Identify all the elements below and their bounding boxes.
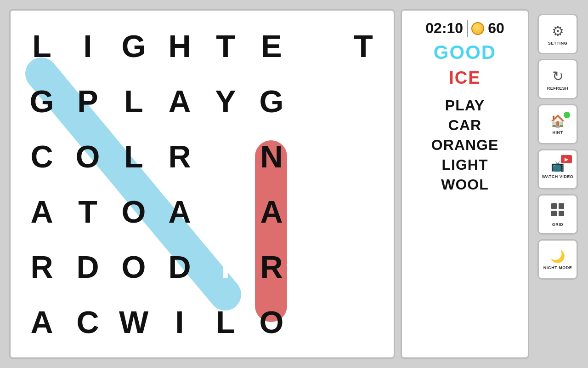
cell-3-4: C <box>202 184 248 239</box>
grid-button[interactable]: GRID <box>537 194 578 235</box>
cell-2-4: E <box>202 129 248 184</box>
hint-button[interactable]: 🏠 HINT <box>537 104 578 144</box>
house-icon: 🏠 <box>550 114 565 128</box>
cell-5-3: I <box>156 294 202 350</box>
cell-3-6 <box>294 184 340 239</box>
word-light: LIGHT <box>442 156 488 173</box>
cell-2-2: L <box>110 129 156 184</box>
cell-4-0: R <box>18 239 64 294</box>
table-row: A C W I L O <box>18 294 386 350</box>
cell-1-7 <box>340 74 386 129</box>
timer-row: 02:10 60 <box>425 20 504 37</box>
cell-3-1: T <box>64 184 110 239</box>
cell-0-6 <box>294 18 340 74</box>
table-row: G P L A Y G <box>18 74 386 129</box>
cell-5-6 <box>294 294 340 350</box>
status-good: GOOD <box>434 41 496 63</box>
cell-5-2: W <box>110 294 156 350</box>
svg-rect-4 <box>551 211 557 216</box>
coin-icon <box>471 22 484 35</box>
svg-rect-5 <box>559 211 564 216</box>
cell-0-1: I <box>64 18 110 74</box>
cell-2-0: C <box>18 129 64 184</box>
cell-4-1: D <box>64 239 110 294</box>
cell-4-7 <box>340 239 386 294</box>
word-car: CAR <box>448 117 481 134</box>
moon-icon: 🌙 <box>550 249 565 264</box>
cell-4-6 <box>294 239 340 294</box>
cell-3-3: A <box>156 184 202 239</box>
grid-wrapper: L I G H T E T G P L A <box>18 18 386 350</box>
buttons-panel: ⚙ SETTING ↻ REFRESH 🏠 HINT ▶ 📺 WATCH VID… <box>535 9 581 359</box>
cell-3-2: O <box>110 184 156 239</box>
night-mode-label: NIGHT MODE <box>543 265 572 270</box>
cell-1-5: G <box>248 74 294 129</box>
cell-3-0: A <box>18 184 64 239</box>
cell-2-6 <box>294 129 340 184</box>
watch-label: WATCH VIDEO <box>542 174 573 179</box>
cell-1-4: Y <box>202 74 248 129</box>
word-list: PLAY CAR ORANGE LIGHT WOOL <box>431 97 498 193</box>
timer-display: 02:10 <box>425 20 463 37</box>
cell-1-0: G <box>18 74 64 129</box>
table-row: L I G H T E T <box>18 18 386 74</box>
cell-4-3: D <box>156 239 202 294</box>
watch-video-button[interactable]: ▶ 📺 WATCH VIDEO <box>537 149 578 190</box>
gear-icon: ⚙ <box>552 23 564 39</box>
grid-panel: L I G H T E T G P L A <box>9 9 395 359</box>
night-mode-button[interactable]: 🌙 NIGHT MODE <box>537 239 578 280</box>
cell-1-3: A <box>156 74 202 129</box>
word-wool: WOOL <box>441 176 489 193</box>
cell-2-1: O <box>64 129 110 184</box>
status-ice: ICE <box>449 68 481 88</box>
cell-4-2: O <box>110 239 156 294</box>
cell-3-5: A <box>248 184 294 239</box>
refresh-label: REFRESH <box>547 86 569 91</box>
grid-label: GRID <box>552 222 564 227</box>
cell-2-7 <box>340 129 386 184</box>
cell-2-5: N <box>248 129 294 184</box>
timer-divider <box>467 20 468 37</box>
cell-0-5: E <box>248 18 294 74</box>
svg-rect-2 <box>551 203 557 209</box>
hint-label: HINT <box>553 130 563 135</box>
cell-5-7 <box>340 294 386 350</box>
cell-0-4: T <box>202 18 248 74</box>
cell-1-6 <box>294 74 340 129</box>
hint-dot <box>564 112 570 118</box>
cell-3-7 <box>340 184 386 239</box>
setting-label: SETTING <box>548 41 568 46</box>
table-row: C O L R E N <box>18 129 386 184</box>
refresh-icon: ↻ <box>552 68 564 84</box>
cell-2-3: R <box>156 129 202 184</box>
cell-5-5: O <box>248 294 294 350</box>
grid-icon <box>550 202 565 220</box>
word-orange: ORANGE <box>431 137 498 154</box>
cell-1-1: P <box>64 74 110 129</box>
grid-table: L I G H T E T G P L A <box>18 18 386 350</box>
coin-count: 60 <box>488 20 504 37</box>
word-play: PLAY <box>445 97 485 114</box>
svg-rect-3 <box>559 203 564 209</box>
table-row: A T O A C A <box>18 184 386 239</box>
main-container: L I G H T E T G P L A <box>9 9 579 359</box>
table-row: R D O D I R <box>18 239 386 294</box>
cell-4-4: I <box>202 239 248 294</box>
cell-0-2: G <box>110 18 156 74</box>
cell-5-1: C <box>64 294 110 350</box>
cell-0-3: H <box>156 18 202 74</box>
cell-0-0: L <box>18 18 64 74</box>
info-panel: 02:10 60 GOOD ICE PLAY CAR ORANGE LIGHT … <box>401 9 529 359</box>
refresh-button[interactable]: ↻ REFRESH <box>537 59 578 99</box>
setting-button[interactable]: ⚙ SETTING <box>537 14 578 54</box>
cell-4-5: R <box>248 239 294 294</box>
cell-5-0: A <box>18 294 64 350</box>
cell-0-7: T <box>340 18 386 74</box>
cell-5-4: L <box>202 294 248 350</box>
cell-1-2: L <box>110 74 156 129</box>
watch-badge: ▶ <box>561 155 572 163</box>
